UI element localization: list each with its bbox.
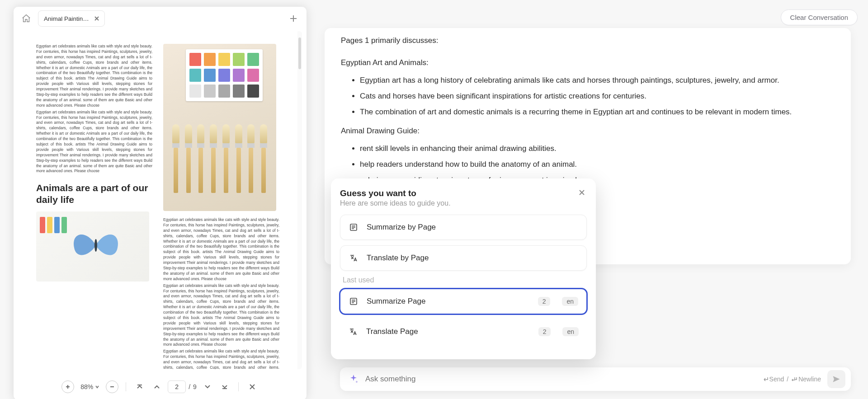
- page-chip: 2: [538, 327, 551, 336]
- tab-close-button[interactable]: [93, 14, 101, 23]
- doc-image-paints: [163, 44, 276, 211]
- summarize-icon: [349, 222, 359, 232]
- doc-heading: Animals are a part of our daily life: [36, 182, 152, 205]
- svg-point-0: [94, 239, 97, 252]
- lang-chip: en: [562, 297, 578, 306]
- suggestion-label: Translate by Page: [367, 253, 429, 263]
- page-total: 9: [193, 383, 197, 390]
- paint-palette: [186, 49, 263, 101]
- close-icon: [94, 16, 99, 21]
- plus-icon: [65, 384, 71, 390]
- list-item: Cats and horses have been significant in…: [360, 90, 835, 103]
- home-icon: [21, 14, 31, 23]
- list-item: Egyptian art has a long history of celeb…: [360, 74, 835, 87]
- add-tab-button[interactable]: [287, 12, 300, 25]
- butterfly-icon: [69, 227, 123, 263]
- tab-label: Animal Paintin…: [44, 15, 89, 22]
- paint-tubes: [40, 217, 67, 233]
- doc-text: Egyptian art celebrates animals like cat…: [163, 349, 279, 369]
- zoom-level[interactable]: 88%: [79, 383, 101, 390]
- doc-text: Egyptian art celebrates animals like cat…: [36, 44, 152, 108]
- doc-column-right: Egyptian art celebrates animals like cat…: [163, 44, 279, 357]
- last-used-translate-page[interactable]: Translate Page 2 en: [340, 319, 587, 344]
- close-icon: [578, 189, 585, 196]
- brushes: [163, 121, 276, 193]
- page-separator: /: [189, 383, 190, 390]
- section-title: Animal Drawing Guide:: [341, 125, 835, 138]
- clear-conversation-button[interactable]: Clear Conversation: [781, 9, 858, 25]
- minus-icon: [109, 384, 115, 390]
- plus-icon: [289, 14, 298, 23]
- page-input[interactable]: [168, 380, 186, 393]
- translate-icon: [349, 253, 359, 263]
- chat-header: Clear Conversation: [316, 9, 861, 25]
- bullet-list: Egyptian art has a long history of celeb…: [360, 74, 835, 119]
- enter-icon: [762, 376, 769, 382]
- chevron-top-icon: [136, 383, 143, 390]
- list-item: rent skill levels in enhancing their ani…: [360, 142, 835, 155]
- shift-enter-icon: [791, 376, 797, 382]
- next-page-button[interactable]: [201, 380, 214, 393]
- suggestion-summarize-by-page[interactable]: Summarize by Page: [340, 215, 587, 240]
- chat-input[interactable]: [365, 375, 756, 384]
- scrollbar[interactable]: [297, 31, 302, 369]
- page-chip: 2: [538, 297, 551, 306]
- chevron-down-icon: [95, 385, 99, 389]
- doc-column-left: Egyptian art celebrates animals like cat…: [36, 44, 152, 357]
- summarize-icon: [349, 296, 359, 306]
- send-icon: [832, 375, 841, 384]
- doc-text: Egyptian art celebrates animals like cat…: [163, 217, 279, 282]
- doc-text: Egyptian art celebrates animals like cat…: [36, 110, 152, 174]
- message-line: Pages 1 primarily discusses:: [341, 34, 835, 47]
- close-icon: [249, 383, 256, 390]
- prev-page-button[interactable]: [151, 380, 163, 393]
- popup-close-button[interactable]: [576, 187, 588, 198]
- doc-text: Egyptian art celebrates animals like cat…: [163, 283, 279, 348]
- zoom-out-button[interactable]: [106, 380, 118, 393]
- lang-chip: en: [562, 327, 579, 336]
- zoom-in-button[interactable]: [61, 380, 74, 393]
- section-title: Egyptian Art and Animals:: [341, 56, 835, 70]
- send-button[interactable]: [827, 370, 845, 388]
- separator: [238, 382, 239, 391]
- last-used-label: Last used: [343, 276, 587, 284]
- doc-image-butterfly: [36, 211, 149, 282]
- close-toolbar-button[interactable]: [246, 380, 259, 393]
- suggestion-label: Summarize Page: [367, 297, 425, 306]
- popup-title: Guess you want to: [340, 188, 587, 198]
- suggestions-popup: Guess you want to Here are some ideas to…: [331, 178, 596, 359]
- input-hints: Send / Newline: [762, 376, 821, 383]
- scroll-thumb[interactable]: [298, 38, 301, 69]
- home-button[interactable]: [18, 10, 34, 27]
- page-indicator: / 9: [168, 380, 197, 393]
- chevron-up-icon: [153, 383, 160, 390]
- separator: [126, 382, 126, 391]
- popup-subtitle: Here are some ideas to guide you.: [340, 199, 587, 207]
- last-used-summarize-page[interactable]: Summarize Page 2 en: [340, 289, 587, 314]
- document-panel: Animal Paintin… Egyptian art celebrates …: [14, 7, 307, 399]
- list-item: The combination of art and domestic anim…: [360, 106, 835, 119]
- chevron-down-icon: [204, 383, 211, 390]
- sparkle-icon: [348, 374, 359, 385]
- suggestion-label: Translate Page: [366, 327, 418, 336]
- last-page-button[interactable]: [218, 380, 231, 393]
- document-page: Egyptian art celebrates animals like cat…: [18, 31, 297, 369]
- document-toolbar: 88% / 9: [14, 374, 307, 399]
- first-page-button[interactable]: [133, 380, 146, 393]
- document-tab[interactable]: Animal Paintin…: [38, 10, 105, 27]
- list-item: help readers understand how to build the…: [360, 158, 835, 171]
- suggestion-label: Summarize by Page: [367, 223, 436, 232]
- suggestion-translate-by-page[interactable]: Translate by Page: [340, 245, 587, 271]
- chat-input-bar: Send / Newline: [340, 367, 851, 391]
- tab-bar: Animal Paintin…: [14, 7, 307, 27]
- translate-icon: [348, 327, 358, 337]
- chevron-bottom-icon: [221, 383, 228, 390]
- document-view: Egyptian art celebrates animals like cat…: [18, 31, 302, 369]
